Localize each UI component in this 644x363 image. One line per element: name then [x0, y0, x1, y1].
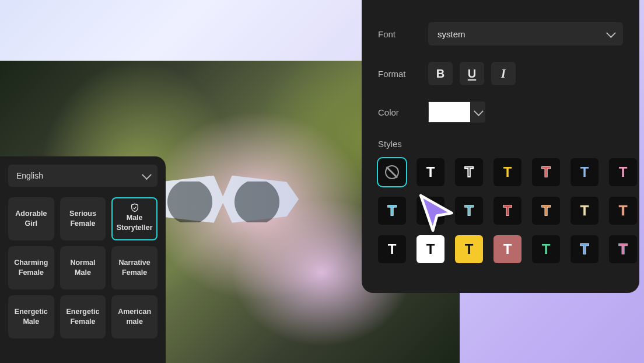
style-glyph: T [542, 241, 551, 257]
voice-tile[interactable]: NormalMale [60, 246, 106, 289]
style-tile-outline[interactable]: T [455, 158, 483, 186]
underline-button[interactable]: U [460, 62, 484, 85]
style-glyph: T [465, 164, 474, 180]
voice-tile[interactable]: SeriousFemale [60, 197, 106, 240]
style-tile-none[interactable] [378, 158, 406, 186]
style-glyph: T [388, 241, 397, 257]
style-glyph: T [580, 164, 589, 180]
style-tile-yellow[interactable]: T [494, 158, 522, 186]
style-tile-red2[interactable]: T [494, 197, 522, 225]
style-glyph: T [465, 241, 474, 257]
color-picker[interactable] [428, 102, 485, 123]
voice-tile[interactable]: AdorableGirl [8, 197, 54, 240]
style-tile-orange[interactable]: T [532, 197, 560, 225]
color-swatch [428, 102, 470, 123]
voice-tile-label: EnergeticFemale [66, 307, 100, 327]
voice-tile-label: MaleStoryteller [117, 213, 153, 233]
styles-label: Styles [378, 139, 623, 149]
voice-tile[interactable]: EnergeticMale [8, 295, 54, 338]
style-tile-blank[interactable] [416, 197, 444, 225]
style-glyph: T [542, 203, 551, 219]
style-glyph: T [426, 164, 435, 180]
voice-tile-label: SeriousFemale [69, 209, 96, 229]
style-glyph: T [619, 164, 628, 180]
language-value: English [16, 171, 43, 180]
voice-tile[interactable]: MaleStoryteller [111, 197, 158, 240]
style-glyph: T [542, 164, 551, 180]
style-tile-blk-pk[interactable]: T [609, 235, 637, 263]
style-tile-cyan2[interactable]: T [378, 197, 406, 225]
font-label: Font [378, 29, 428, 39]
style-tile-peach[interactable]: T [609, 197, 637, 225]
style-tile-blk-bw[interactable]: T [570, 235, 598, 263]
chevron-down-icon [606, 28, 616, 38]
voice-tile-label: CharmingFemale [14, 258, 48, 278]
style-tile-y-blk[interactable]: T [455, 235, 483, 263]
voice-tile-label: EnergeticMale [15, 307, 48, 327]
style-tile-blk-w[interactable]: T [378, 235, 406, 263]
style-tile-cream[interactable]: T [570, 197, 598, 225]
format-label: Format [378, 69, 428, 79]
style-glyph: T [465, 203, 474, 219]
style-tile-teal[interactable]: T [455, 197, 483, 225]
style-tile-rose-w[interactable]: T [494, 235, 522, 263]
style-glyph: T [388, 203, 397, 219]
style-glyph: T [580, 241, 589, 257]
bold-button[interactable]: B [428, 62, 453, 85]
style-glyph: T [580, 203, 589, 219]
style-glyph: T [619, 203, 628, 219]
voice-tile-label: NormalMale [70, 258, 95, 278]
chevron-down-icon [142, 170, 152, 180]
color-label: Color [378, 107, 428, 117]
style-glyph: T [503, 203, 512, 219]
none-icon [385, 165, 399, 179]
voice-grid: AdorableGirlSeriousFemaleMaleStoryteller… [8, 197, 158, 338]
style-tile-white[interactable]: T [416, 158, 444, 186]
voice-panel: English AdorableGirlSeriousFemaleMaleSto… [0, 156, 166, 363]
color-dropdown-arrow [470, 102, 485, 123]
style-glyph: T [426, 241, 435, 257]
style-tile-w-blk[interactable]: T [416, 235, 444, 263]
style-tile-redout[interactable]: T [532, 158, 560, 186]
font-value: system [438, 29, 466, 39]
style-tile-blk-grn[interactable]: T [532, 235, 560, 263]
voice-tile-label: Americanmale [118, 307, 151, 327]
language-select[interactable]: English [8, 165, 158, 187]
voice-tile[interactable]: CharmingFemale [8, 246, 54, 289]
style-glyph: T [503, 241, 512, 257]
voice-tile[interactable]: EnergeticFemale [60, 295, 106, 338]
style-tile-pink[interactable]: T [609, 158, 637, 186]
voice-tile-label: AdorableGirl [15, 209, 47, 229]
italic-button[interactable]: I [491, 62, 516, 85]
voice-tile-label: NarrativeFemale [119, 258, 150, 278]
voice-tile[interactable]: NarrativeFemale [111, 246, 158, 289]
style-glyph: T [619, 241, 628, 257]
font-select[interactable]: system [428, 22, 623, 46]
text-style-panel: Font system Format B U I Color Styles TT… [362, 0, 639, 293]
style-tile-lblue[interactable]: T [570, 158, 598, 186]
chevron-down-icon [474, 106, 484, 116]
styles-grid: TTTTTTTTTTTTTTTTTTT [378, 158, 623, 263]
style-glyph: T [503, 164, 512, 180]
shield-check-icon [130, 203, 139, 212]
voice-tile[interactable]: Americanmale [111, 295, 158, 338]
